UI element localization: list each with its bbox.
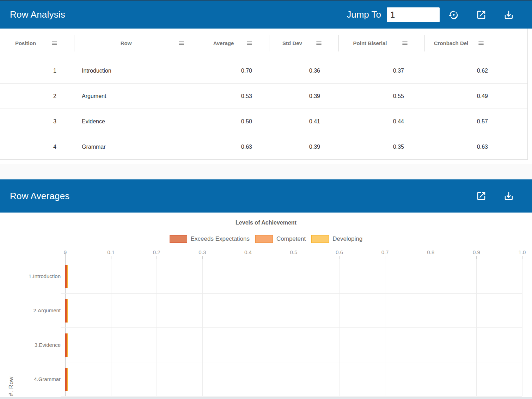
stacked-bar--argument [65, 299, 68, 323]
cell-position: 2 [0, 93, 74, 99]
restore-icon [448, 10, 459, 20]
legend-item-developing[interactable]: Developing [311, 235, 362, 243]
y-axis-category-labels: 1.Introduction2.Argument3.Evidence4.Gram… [0, 259, 61, 396]
download-button[interactable] [503, 190, 514, 202]
column-menu-icon[interactable] [402, 40, 408, 47]
row-analysis-card: Row Analysis Jump To PositionRowAvera [0, 1, 532, 164]
legend-swatch [170, 235, 187, 243]
cell-average: 0.70 [201, 68, 269, 74]
x-axis-tick [340, 256, 340, 259]
x-axis-tick [248, 256, 248, 259]
column-menu-icon[interactable] [178, 40, 185, 47]
category-band [65, 294, 522, 328]
column-header-average[interactable]: Average [201, 29, 269, 58]
plot-area [65, 259, 522, 396]
column-menu-icon[interactable] [51, 40, 58, 47]
horizontal-scrollbar[interactable] [0, 397, 532, 399]
download-button[interactable] [503, 9, 514, 20]
column-header-label: Position [0, 40, 51, 46]
table-header-row: PositionRowAverageStd DevPoint BiserialC… [0, 29, 527, 58]
cell-std_dev: 0.41 [269, 118, 338, 125]
legend-label: Exceeds Expectations [191, 235, 250, 243]
category-label: 4.Grammar [0, 376, 61, 382]
gridline [522, 259, 522, 396]
column-header-point_biserial[interactable]: Point Biserial [338, 29, 424, 58]
column-header-label: Std Dev [269, 40, 316, 46]
table-row[interactable]: 4Grammar0.630.390.350.63 [0, 134, 527, 160]
x-tick-label: 0.9 [473, 249, 480, 255]
bar-segment-developing [67, 299, 68, 323]
cell-row: Introduction [74, 68, 201, 74]
cell-row: Evidence [74, 118, 201, 125]
x-tick-label: 0.8 [427, 249, 434, 255]
legend-label: Developing [332, 235, 362, 243]
x-tick-label: 0.3 [198, 249, 206, 255]
x-axis-tick [65, 256, 66, 259]
bar-segment-developing [67, 333, 68, 357]
stacked-bar--evidence [65, 333, 68, 357]
bar-segment-developing [67, 265, 68, 288]
column-header-label: Cronbach Del [424, 40, 478, 46]
x-axis-tick [294, 256, 294, 259]
column-header-std_dev[interactable]: Std Dev [269, 29, 338, 58]
category-band [65, 328, 522, 362]
x-tick-label: 0.4 [244, 249, 252, 255]
row-analysis-toolbar: Jump To [347, 7, 514, 22]
cell-position: 4 [0, 144, 74, 150]
cell-cronbach_del: 0.57 [424, 118, 501, 125]
x-axis-tick [385, 256, 385, 259]
x-axis-tick [202, 256, 203, 259]
cell-std_dev: 0.36 [269, 68, 338, 74]
cell-point_biserial: 0.55 [338, 93, 424, 99]
column-header-cronbach_del[interactable]: Cronbach Del [424, 29, 501, 58]
open-in-new-icon [476, 191, 487, 201]
legend-item-exceeds-expectations[interactable]: Exceeds Expectations [170, 235, 250, 243]
open-in-new-button[interactable] [476, 9, 487, 20]
cell-position: 1 [0, 68, 74, 74]
category-label: 3.Evidence [0, 342, 61, 348]
column-header-label: Point Biserial [338, 40, 402, 46]
panel-title-row-averages: Row Averages [10, 191, 70, 202]
stacked-bar--grammar [65, 368, 68, 391]
x-axis-tick [476, 256, 477, 259]
column-header-position[interactable]: Position [0, 29, 74, 58]
panel-gap [0, 164, 532, 179]
category-band [65, 259, 522, 294]
cell-std_dev: 0.39 [269, 144, 338, 150]
chart-title: Levels of Achievement [0, 213, 532, 226]
cell-average: 0.50 [201, 118, 269, 125]
legend-item-competent[interactable]: Competent [255, 235, 306, 243]
x-axis-tick [111, 256, 111, 259]
column-menu-icon[interactable] [478, 40, 484, 47]
open-in-new-button[interactable] [476, 190, 487, 202]
legend-swatch [311, 235, 329, 243]
column-header-label: Row [74, 40, 178, 46]
column-header-row[interactable]: Row [74, 29, 201, 58]
table-row[interactable]: 1Introduction0.700.360.370.62 [0, 58, 527, 84]
table-row[interactable]: 2Argument0.530.390.550.49 [0, 84, 527, 109]
restore-button[interactable] [448, 9, 459, 20]
row-analysis-header: Row Analysis Jump To [0, 1, 532, 29]
download-icon [503, 191, 514, 201]
bar-segment-developing [67, 368, 68, 391]
x-tick-label: 0.7 [381, 249, 389, 255]
table-body: 1Introduction0.700.360.370.622Argument0.… [0, 58, 527, 160]
cell-average: 0.63 [201, 144, 269, 150]
cell-std_dev: 0.39 [269, 93, 338, 99]
legend-label: Competent [276, 235, 306, 243]
cell-cronbach_del: 0.63 [424, 144, 501, 150]
panel-title-row-analysis: Row Analysis [10, 9, 65, 20]
cell-cronbach_del: 0.49 [424, 93, 501, 99]
category-band [65, 362, 522, 397]
x-axis-tick [157, 256, 157, 259]
cell-point_biserial: 0.44 [338, 118, 424, 125]
x-axis-tick-labels: 00.10.20.30.40.50.60.70.80.91.0 [65, 249, 522, 256]
x-tick-label: 0.2 [153, 249, 160, 255]
x-tick-label: 0.5 [290, 249, 298, 255]
column-menu-icon[interactable] [316, 40, 322, 47]
cell-point_biserial: 0.35 [338, 144, 424, 150]
column-menu-icon[interactable] [246, 40, 253, 47]
jump-to-label: Jump To [347, 9, 381, 20]
jump-to-input[interactable] [387, 7, 440, 22]
table-row[interactable]: 3Evidence0.500.410.440.57 [0, 109, 527, 134]
